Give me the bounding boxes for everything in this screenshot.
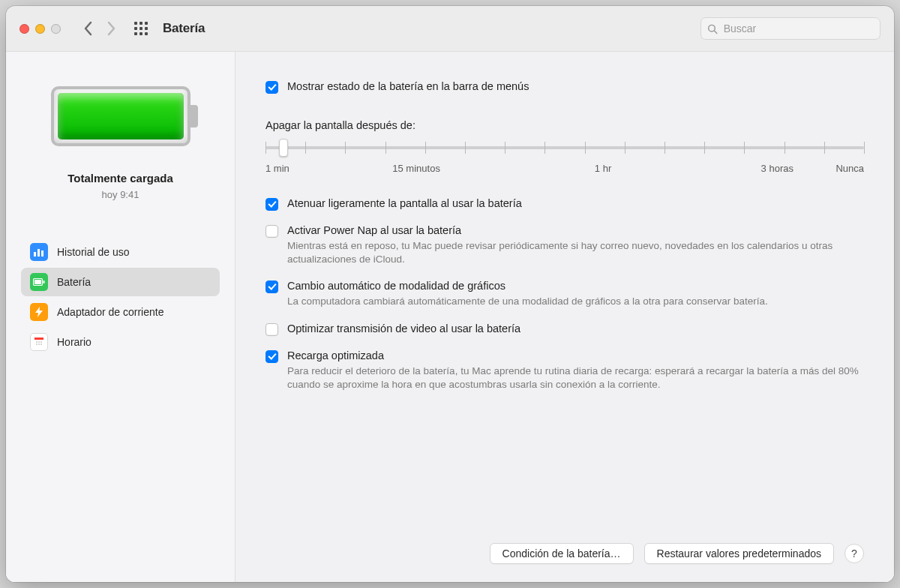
option-label: Cambio automático de modalidad de gráfic… [287,280,768,292]
option-description: Mientras está en reposo, tu Mac puede re… [287,239,864,266]
svg-point-12 [38,341,40,343]
option-description: La computadora cambiará automáticamente … [287,295,768,308]
sidebar-item-label: Historial de uso [57,246,130,258]
option-label: Mostrar estado de la batería en la barra… [287,80,529,94]
search-input[interactable] [722,22,874,35]
sidebar-item-adapter[interactable]: Adaptador de corriente [21,298,220,326]
window-controls [20,24,61,34]
battery-preferences-window: Batería Totalmente cargada hoy 9:41 Hist… [6,6,894,582]
sidebar-item-schedule[interactable]: Horario [21,328,220,356]
display-off-heading: Apagar la pantalla después de: [266,119,864,131]
slider-tick-label: 3 horas [761,163,794,174]
slider-tick-label: 1 hr [595,163,611,174]
main-panel: Mostrar estado de la batería en la barra… [236,52,894,582]
slider-tick-label: Nunca [836,163,864,174]
apps-grid-button[interactable] [134,22,148,35]
option-optimize-video: Optimizar transmisión de video al usar l… [266,322,864,336]
help-button[interactable]: ? [844,544,864,563]
restore-defaults-button[interactable]: Restaurar valores predeterminados [644,543,834,564]
maximize-button[interactable] [51,24,61,34]
history-icon [30,243,48,261]
sidebar-item-label: Adaptador de corriente [57,306,164,318]
calendar-icon [30,333,48,351]
svg-rect-3 [38,249,40,256]
search-icon [707,23,718,34]
svg-point-15 [38,344,40,345]
svg-line-1 [714,31,716,33]
forward-button[interactable] [106,21,116,36]
battery-health-button[interactable]: Condición de la batería… [490,543,634,564]
close-button[interactable] [20,24,29,34]
slider-labels: 1 min15 minutos1 hr3 horasNunca [266,163,864,176]
svg-point-16 [40,344,42,345]
battery-large-icon [51,86,190,146]
svg-marker-8 [35,307,43,317]
option-show-in-menubar: Mostrar estado de la batería en la barra… [266,80,864,94]
svg-rect-2 [34,252,36,256]
display-off-slider[interactable] [266,140,864,155]
checkbox-show-in-menubar[interactable] [266,81,278,94]
window-title: Batería [163,21,205,36]
checkbox-auto-gpu[interactable] [266,280,278,293]
sidebar-item-battery[interactable]: Batería [21,268,220,296]
svg-point-13 [40,341,42,343]
back-button[interactable] [83,21,93,36]
svg-rect-4 [41,250,44,256]
svg-rect-9 [34,338,44,340]
slider-knob[interactable] [279,139,288,157]
svg-point-14 [36,344,38,345]
svg-point-11 [36,341,38,343]
option-label: Activar Power Nap al usar la batería [287,224,864,236]
sidebar-item-history[interactable]: Historial de uso [21,238,220,266]
bolt-icon [30,303,48,321]
sidebar-nav: Historial de uso Batería Adaptador de co… [21,238,220,356]
sidebar-item-label: Batería [57,276,91,288]
slider-tick-label: 15 minutos [392,163,440,174]
option-label: Atenuar ligeramente la pantalla al usar … [287,197,522,211]
sidebar: Totalmente cargada hoy 9:41 Historial de… [6,52,236,582]
checkbox-power-nap[interactable] [266,225,278,238]
checkbox-optimized-charging[interactable] [266,350,278,363]
svg-rect-6 [34,280,41,284]
toolbar: Batería [6,6,894,51]
checkbox-optimize-video[interactable] [266,323,278,336]
svg-rect-7 [44,280,45,284]
battery-status-text: Totalmente cargada [68,172,173,184]
svg-rect-10 [34,340,44,346]
option-description: Para reducir el deterioro de la batería,… [287,364,864,392]
battery-icon [30,273,48,291]
minimize-button[interactable] [35,24,45,34]
search-field[interactable] [700,17,880,40]
option-label: Optimizar transmisión de video al usar l… [287,322,520,336]
option-label: Recarga optimizada [287,350,864,362]
slider-tick-label: 1 min [266,163,290,174]
option-auto-gpu: Cambio automático de modalidad de gráfic… [266,280,864,308]
checkbox-dim-display[interactable] [266,198,278,211]
option-dim-display: Atenuar ligeramente la pantalla al usar … [266,197,864,211]
option-optimized-charging: Recarga optimizada Para reducir el deter… [266,350,864,392]
sidebar-item-label: Horario [57,336,92,348]
battery-timestamp: hoy 9:41 [102,189,140,200]
option-power-nap: Activar Power Nap al usar la batería Mie… [266,224,864,266]
